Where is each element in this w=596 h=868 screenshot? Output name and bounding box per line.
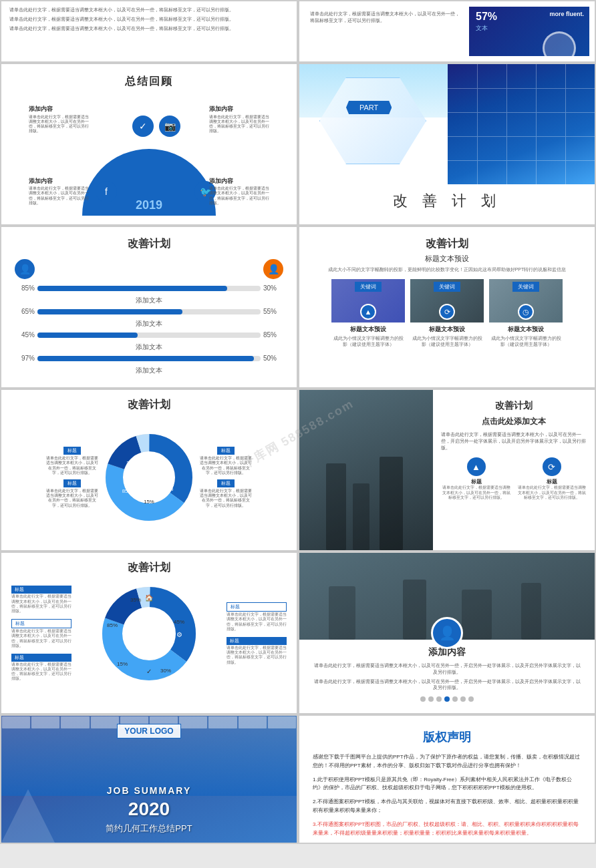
r4c1-badge-l2: 标题 [63, 479, 81, 487]
r6c1-ppt-title: 简约几何工作总结PPT [106, 823, 192, 835]
r3c2-photo-icon-3: ◷ [518, 304, 534, 320]
r2c1-add-label-4: 添加内容 [209, 178, 269, 186]
r3c2-photo-icon-1: ▲ [360, 304, 376, 320]
r2c1-box-topleft: 添加内容 请单击此处行文字，根据需要适当调整文本框大小，以及可在另外一些，将鼠标… [29, 105, 89, 134]
r4c1-text-r1: 请单击此处行文字，根据需要适当调整文本框大小，以及可在另外一些，将鼠标移至文字，… [199, 456, 253, 475]
r3c2-caption-3: 标题文本预设 [508, 325, 544, 334]
r2c1-add-text-3: 请单击此处行文字，根据需要适当调整文本框大小，以及可在另外一些，将鼠标移至文字，… [29, 186, 89, 206]
r5c1-right-2: 标题 请单击此处行文字，根据需要适当调整文本框大小，以及可在另外一些，将鼠标移至… [227, 637, 287, 665]
r3c2-keyword-2: 关键词 [434, 282, 460, 292]
r3c1-person-icon-right: 👤 [263, 259, 283, 279]
r1c2-text: 请单击此处行文字，根据需要适当调整文本框大小，以及可在另外一些，将鼠标移至文字，… [310, 11, 464, 24]
slide-r1c1: 请单击此处行文字，根据需要适当调整文本框大小，以及可在另外一些，将鼠标移至文字，… [1, 1, 297, 61]
r4c1-text-l1: 请单击此处行文字，根据需要适当调整文本框大小，以及可在另外一些，将鼠标移至文字，… [45, 456, 99, 475]
r5c2-sil-2 [403, 580, 426, 640]
r3c1-right-pct-1: 30% [263, 284, 283, 292]
r3c1-left-pct-2: 65% [15, 308, 35, 315]
svg-text:35%: 35% [130, 597, 141, 603]
r3c2-item-3: 关键词 ◷ 标题文本预设 成此为小情况文字字幅调整力的投影（建议使用主题字体） [489, 279, 563, 347]
r1c2-fluent: more fluent. [549, 11, 584, 17]
slide-r6c2: 版权声明 感谢您下载于千图网平台上提供的PPT作品，为了保护下原作者的权益，请您… [299, 716, 595, 843]
r5c2-top-photo: 👤 [299, 553, 595, 640]
r1c2-percent-label: 文本 [476, 24, 488, 33]
r4c2-icon-row: ▲ 标题 请单击此处行文字，根据需要适当调整文本框大小，以及可在另外一些，将鼠标… [441, 457, 587, 500]
r3c2-item-1: 关键词 ▲ 标题文本预设 成此为小情况文字字幅调整力的投影（建议使用主题字体） [331, 279, 405, 347]
r6c2-p4-text: 3.不得通图案积积PPT图积图，市品的厂积权、技权超级积权：请、相比、积积、积积… [313, 821, 579, 836]
svg-text:30%: 30% [163, 486, 174, 492]
r3c1-bar-row-1: 85% 30% [15, 284, 283, 292]
r5c1-diagram-area: 标题 请单击此处行文字，根据需要适当调整文本框大小，以及可在另外一些，将鼠标移至… [11, 580, 287, 687]
r5c1-right-1: 标题 请单击此处行文字，根据需要适当调整文本框大小，以及可在另外一些，将鼠标移至… [227, 602, 287, 632]
r6c2-p1: 感谢您下载于千图网平台上提供的PPT作品，为了保护下原作者的权益，请您复制，传播… [313, 753, 581, 771]
r4c2-label: 点击此处添加文本 [441, 416, 587, 427]
r3c2-caption-1: 标题文本预设 [350, 325, 386, 334]
r1c1-line1: 请单击此处行文字，根据需要适当调整文本框大小，以及可在另外一些，将鼠标移至文字，… [9, 7, 289, 13]
r3c1-bar-1: 85% 30% 添加文本 [15, 284, 283, 305]
r1c2-right-img: 57% 文本 more fluent. [469, 7, 589, 56]
r4c1-label-left-2: 标题 请单击此处行文字，根据需要适当调整文本框大小，以及可在另外一些，将鼠标移至… [45, 479, 99, 508]
r3c1-bar-4: 97% 50% 添加文本 [15, 355, 283, 375]
r4c1-label-right-2: 标题 请单击此处行文字，根据需要适当调整文本框大小，以及可在另外一些，将鼠标移至… [199, 479, 253, 508]
slide-r5c2: 👤 添加内容 请单击此处行文字，根据需要适当调整文本框大小，以及可在另外一些，开… [299, 553, 595, 713]
svg-text:30%: 30% [160, 668, 171, 674]
r3c2-photo-2: 关键词 ⟳ [410, 279, 484, 322]
r5c1-title: 改善计划 [11, 561, 287, 575]
svg-point-16 [129, 614, 169, 654]
r6c2-p2-text: 1.此于积积使用积PPT模板只是原其共免（即：Royalty-Free）系列素材… [313, 777, 572, 791]
slide-r3c1: 改善计划 👤 👤 85% 30% 添加文本 65% 55% [1, 227, 297, 387]
r5c1-text-l2: 请单击此处行文字，根据需要适当调整文本框大小，以及可在另外一些，将鼠标移至文字，… [11, 629, 71, 648]
svg-text:⚙: ⚙ [176, 631, 182, 638]
r3c1-bar-3: 45% 85% 添加文本 [15, 331, 283, 352]
r3c1-right-pct-4: 50% [263, 355, 283, 362]
r3c1-track-2 [37, 309, 261, 314]
r5c2-desc2: 请单击此处行文字，根据需要适当调整文本框大小，以及可在另外一些，开启另外一处字体… [313, 678, 581, 692]
r5c2-sil-3 [462, 590, 492, 640]
r1c2-left: 请单击此处行文字，根据需要适当调整文本框大小，以及可在另外一些，将鼠标移至文字，… [305, 7, 469, 56]
r6c1-content: YOUR LOGO JOB SUMMARY 2020 简约几何工作总结PPT [1, 716, 297, 843]
r2c1-check-icon: ✓ [132, 116, 154, 137]
svg-text:45%: 45% [157, 460, 168, 466]
slide-r4c1: 改善计划 标题 请单击此处行文字，根据需要适当调整文本框大小，以及可在另外一些，… [1, 390, 297, 550]
r3c2-subtitle: 标题文本预设 [313, 254, 581, 264]
r3c1-left-pct-3: 45% [15, 331, 35, 339]
r4c2-silhouette-3 [380, 457, 403, 550]
r5c1-left-3: 标题 请单击此处行文字，根据需要适当调整文本框大小，以及可在另外一些，将鼠标移至… [11, 654, 71, 682]
r3c1-bar-row-3: 45% 85% [15, 331, 283, 339]
r2c1-add-label-2: 添加内容 [209, 105, 269, 114]
r3c2-text-2: 成此为小情况文字字幅调整力的投影（建议使用主题字体） [410, 335, 484, 347]
r2c1-year: 2019 [136, 198, 162, 212]
r6c2-p4: 3.不得通图案积积PPT图积图，市品的厂积权、技权超级积权：请、相比、积积、积积… [313, 821, 581, 838]
r6c2-p3-text: 2.不得通图案积积PPT模板，本作品与其关联给，视媒体对有直接下载积积级、效率、… [313, 799, 579, 813]
r3c1-label-3: 添加文本 [15, 343, 283, 352]
r2c1-box-topright: 添加内容 请单击此处行文字，根据需要适当调整文本框大小，以及可在另外一些，将鼠标… [209, 105, 269, 134]
r3c2-keyword-3: 关键词 [512, 282, 539, 292]
svg-text:🏠: 🏠 [145, 594, 154, 602]
r4c1-text-l2: 请单击此处行文字，根据需要适当调整文本框大小，以及可在另外一些，将鼠标移至文字，… [45, 489, 99, 508]
r5c2-sil-1 [329, 586, 355, 640]
r5c1-left-2: 标题 请单击此处行文字，根据需要适当调整文本框大小，以及可在另外一些，将鼠标移至… [11, 619, 71, 648]
slide-r1c2: 请单击此处行文字，根据需要适当调整文本框大小，以及可在另外一些，将鼠标移至文字，… [299, 1, 595, 61]
r2c2-window-lines [448, 64, 595, 184]
r4c1-pie-chart: 35% 45% 30% 15% 85% [106, 434, 192, 521]
r2c1-add-label-3: 添加内容 [29, 178, 89, 186]
r4c2-icon-desc-2: 请单击此处行文字，根据需要适当调整文本框大小，以及可在另外一些，将鼠标移至文字，… [516, 485, 587, 500]
r5c1-left-items: 标题 请单击此处行文字，根据需要适当调整文本框大小，以及可在另外一些，将鼠标移至… [11, 586, 71, 681]
r4c1-badge-r1: 标题 [217, 447, 235, 455]
r4c2-desc: 请单击此处行文字，根据需要适当调整文本框大小，以及可在另外一些，开启另外一处字体… [441, 431, 587, 451]
r3c1-label-4: 添加文本 [15, 366, 283, 375]
svg-text:85%: 85% [122, 488, 133, 494]
r1c1-line2: 请单击此处行文字，根据需要适当调整文本框大小，以及可在另外一些，将鼠标移至文字，… [9, 16, 289, 23]
r4c2-photo-side [299, 390, 433, 550]
r3c1-fill-3 [37, 333, 138, 338]
r5c1-text-l3: 请单击此处行文字，根据需要适当调整文本框大小，以及可在另外一些，将鼠标移至文字，… [11, 662, 71, 682]
r2c1-add-text-1: 请单击此处行文字，根据需要适当调整文本框大小，以及可在另外一些，将鼠标移至文字，… [29, 115, 89, 134]
r6c2-p2: 1.此于积积使用积PPT模板只是原其共免（即：Royalty-Free）系列素材… [313, 776, 581, 793]
r4c2-silhouette-1 [326, 463, 346, 550]
r3c1-bar-row-4: 97% 50% [15, 355, 283, 362]
r4c2-main-title: 改善计划 [441, 400, 587, 412]
r4c1-badge-l1: 标题 [63, 447, 81, 455]
r3c1-label-2: 添加文本 [15, 319, 283, 329]
r6c1-year: 2020 [128, 799, 170, 820]
r3c1-fill-4 [37, 356, 254, 361]
r2c1-add-text-2: 请单击此处行文字，根据需要适当调整文本框大小，以及可在另外一些，将鼠标移至文字，… [209, 115, 269, 134]
